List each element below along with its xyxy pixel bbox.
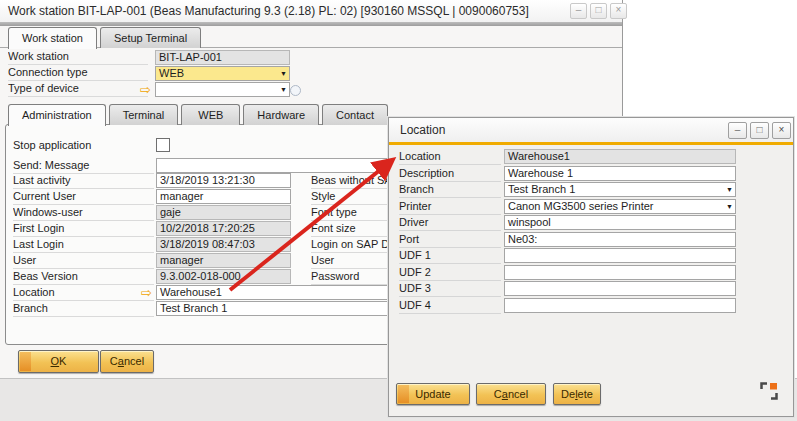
ok-button[interactable]: OK — [18, 350, 99, 373]
dlg-udf2-input[interactable] — [504, 265, 736, 280]
connection-type-label: Connection type — [8, 66, 148, 81]
dlg-udf3-label: UDF 3 — [399, 282, 501, 297]
screen: Work station BIT-LAP-001 (Beas Manufactu… — [0, 0, 797, 421]
button-accent — [20, 352, 31, 371]
dlg-branch-label: Branch — [399, 183, 501, 198]
chevron-down-icon: ▼ — [280, 69, 287, 78]
tab-web[interactable]: WEB — [181, 104, 240, 125]
tab-hardware[interactable]: Hardware — [243, 104, 319, 125]
first-login-label: First Login — [13, 222, 154, 237]
current-user-value[interactable]: manager — [156, 189, 291, 204]
dialog-titlebar: Location – □ × — [389, 118, 793, 142]
last-login-label: Last Login — [13, 238, 154, 253]
chevron-down-icon: ▼ — [726, 185, 733, 194]
tab-contact[interactable]: Contact — [322, 104, 388, 125]
windows-user-value: gaje — [156, 205, 291, 220]
type-of-device-label: Type of device — [8, 82, 148, 97]
beas-version-label: Beas Version — [13, 270, 154, 285]
dlg-driver-input[interactable]: winspool — [504, 215, 736, 230]
stop-application-checkbox[interactable] — [156, 138, 170, 152]
window-titlebar: Work station BIT-LAP-001 (Beas Manufactu… — [0, 0, 622, 22]
location-dialog: Location – □ × Location Warehouse1 Descr… — [388, 117, 794, 417]
top-tabstrip: Work station Setup Terminal — [8, 27, 201, 49]
tab-work-station[interactable]: Work station — [8, 27, 97, 49]
dlg-printer-select[interactable]: Canon MG3500 series Printer ▼ — [504, 199, 736, 214]
dlg-description-input[interactable]: Warehouse 1 — [504, 166, 736, 181]
close-icon[interactable]: × — [772, 122, 791, 139]
minimize-icon[interactable]: – — [570, 3, 587, 19]
dialog-cancel-button[interactable]: Cancel — [476, 383, 546, 405]
form-resize-icon[interactable] — [760, 382, 778, 400]
chevron-down-icon: ▼ — [726, 202, 733, 211]
button-accent — [398, 385, 409, 403]
location-label: Location — [13, 286, 154, 301]
link-arrow-icon[interactable]: ⇨ — [140, 83, 151, 96]
workstation-label: Work station — [8, 50, 148, 65]
tab-terminal[interactable]: Terminal — [109, 104, 179, 125]
dlg-udf4-input[interactable] — [504, 298, 736, 313]
dlg-port-label: Port — [399, 233, 501, 248]
dlg-printer-label: Printer — [399, 200, 501, 215]
inner-tabstrip: Administration Terminal WEB Hardware Con… — [8, 104, 388, 126]
user-value: manager — [156, 253, 291, 268]
update-button[interactable]: Update — [396, 383, 470, 405]
dlg-udf3-input[interactable] — [504, 281, 736, 296]
dlg-driver-label: Driver — [399, 216, 501, 231]
window-controls: – □ × — [570, 3, 627, 19]
dlg-port-input[interactable]: Ne03: — [504, 232, 736, 247]
workstation-value: BIT-LAP-001 — [155, 50, 290, 65]
dlg-udf4-label: UDF 4 — [399, 299, 501, 314]
info-icon[interactable] — [290, 85, 301, 96]
dialog-title: Location — [400, 123, 445, 137]
last-activity-label: Last activity — [13, 174, 154, 189]
maximize-icon[interactable]: □ — [590, 3, 607, 19]
last-login-value: 3/18/2019 08:47:03 — [156, 237, 291, 252]
branch-label: Branch — [13, 302, 154, 317]
dialog-window-controls: – □ × — [728, 122, 791, 139]
beas-version-value: 9.3.002-018-000 — [156, 269, 291, 284]
window-title: Work station BIT-LAP-001 (Beas Manufactu… — [8, 4, 529, 18]
dlg-branch-select[interactable]: Test Branch 1 ▼ — [504, 182, 736, 197]
dlg-description-label: Description — [399, 167, 501, 182]
user-label: User — [13, 254, 154, 269]
cancel-button[interactable]: Cancel — [100, 350, 154, 373]
maximize-icon[interactable]: □ — [750, 122, 769, 139]
tab-setup-terminal[interactable]: Setup Terminal — [100, 27, 201, 48]
titlebar-separator — [0, 22, 622, 26]
connection-type-select[interactable]: WEB ▼ — [155, 66, 290, 81]
link-arrow-icon[interactable]: ⇨ — [141, 286, 152, 299]
minimize-icon[interactable]: – — [728, 122, 747, 139]
dlg-udf2-label: UDF 2 — [399, 266, 501, 281]
current-user-label: Current User — [13, 190, 154, 205]
chevron-down-icon: ▼ — [280, 85, 287, 94]
dlg-location-label: Location — [399, 150, 501, 165]
first-login-value: 10/2/2018 17:20:25 — [156, 221, 291, 236]
type-of-device-select[interactable]: ▼ — [155, 82, 290, 97]
windows-user-label: Windows-user — [13, 206, 154, 221]
dialog-accent-bar — [389, 142, 793, 145]
send-message-label: Send: Message — [13, 159, 154, 174]
dlg-location-value: Warehouse1 — [504, 149, 736, 164]
delete-button[interactable]: Delete — [553, 383, 601, 405]
close-icon[interactable]: × — [610, 3, 627, 19]
dlg-udf1-input[interactable] — [504, 248, 736, 263]
tab-administration[interactable]: Administration — [8, 104, 106, 126]
stop-application-label: Stop application — [13, 139, 154, 153]
dlg-udf1-label: UDF 1 — [399, 249, 501, 264]
last-activity-value[interactable]: 3/18/2019 13:21:30 — [156, 173, 291, 188]
